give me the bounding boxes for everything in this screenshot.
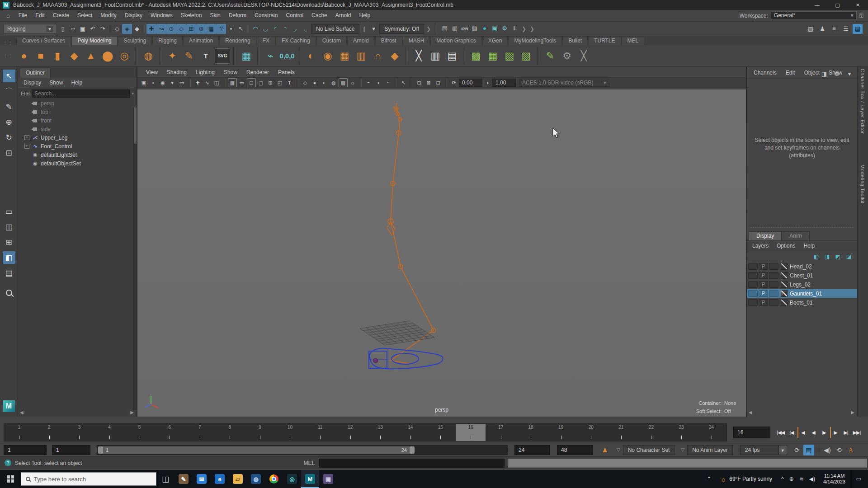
- camera-attributes-icon[interactable]: ◉: [158, 78, 167, 87]
- film-gate-icon[interactable]: ▭: [237, 78, 246, 87]
- timeline-frame-1[interactable]: 1: [4, 424, 34, 441]
- outliner-item-upper_leg[interactable]: +⋌Upper_Leg: [18, 133, 137, 142]
- menu-help[interactable]: Help: [355, 10, 374, 21]
- gamma-icon[interactable]: ◑: [483, 78, 492, 87]
- quad-draw-icon[interactable]: ✎: [542, 48, 558, 64]
- shaded-mode-icon[interactable]: ●: [310, 78, 319, 87]
- render-settings-icon[interactable]: ▣: [490, 23, 500, 33]
- layer-playback-toggle[interactable]: P: [759, 263, 768, 270]
- layer-playback-toggle[interactable]: P: [759, 272, 768, 279]
- select-tool-icon[interactable]: ↖: [3, 70, 15, 82]
- minimize-button[interactable]: —: [807, 0, 827, 10]
- menu-select[interactable]: Select: [73, 10, 96, 21]
- two-pane-layout-icon[interactable]: ◫: [3, 221, 15, 233]
- select-by-component-icon[interactable]: ◆: [132, 24, 142, 34]
- step-back-frame-button[interactable]: |◀: [787, 427, 797, 438]
- layer-color-swatch[interactable]: [781, 263, 788, 270]
- isolate-select-icon[interactable]: ◫: [212, 78, 221, 87]
- channelbox-menu-edit[interactable]: Edit: [782, 69, 799, 77]
- dropdown-triangle-icon[interactable]: ▽: [617, 447, 620, 452]
- boolean-icon[interactable]: ▦: [239, 48, 254, 64]
- step-back-key-button[interactable]: ◀: [797, 427, 807, 438]
- timeline-frame-5[interactable]: 5: [124, 424, 155, 441]
- workspace-dropdown[interactable]: General* ▾: [771, 11, 857, 20]
- auto-uv-icon[interactable]: ▧: [502, 48, 517, 64]
- render-sequence-icon[interactable]: ▧: [470, 23, 480, 33]
- create-empty-layer-icon[interactable]: ◩: [834, 253, 842, 260]
- insert-edge-loop-icon[interactable]: ▥: [428, 48, 443, 64]
- poly-cylinder-icon[interactable]: ▮: [50, 48, 65, 64]
- layer-display-type-toggle[interactable]: [769, 281, 778, 288]
- extrude-icon[interactable]: ∩: [370, 48, 386, 64]
- outliner-item-side[interactable]: side: [18, 125, 137, 133]
- extra-app-icon[interactable]: ▣: [319, 470, 337, 488]
- layer-editor-tab-display[interactable]: Display: [749, 231, 782, 240]
- range-slider-bar[interactable]: 1 24: [98, 446, 415, 454]
- viewport-menu-renderer[interactable]: Renderer: [242, 68, 273, 76]
- outliner-persp-layout-icon[interactable]: ◧: [3, 251, 15, 264]
- outliner-scrollbar[interactable]: [133, 108, 137, 410]
- outliner-menu-show[interactable]: Show: [46, 79, 66, 87]
- scale-tool-icon[interactable]: ⊡: [3, 146, 15, 159]
- taskbar-chevron-up-icon[interactable]: ⌃: [704, 476, 714, 482]
- range-start-handle[interactable]: [98, 446, 103, 454]
- hypershade-icon[interactable]: ●: [480, 23, 490, 33]
- move-to-new-layer-icon[interactable]: ◧: [812, 253, 820, 260]
- clip-icon[interactable]: ⊠: [424, 78, 433, 87]
- layer-playback-toggle[interactable]: P: [759, 281, 768, 288]
- scroll-right-arrow[interactable]: ▶: [851, 410, 854, 415]
- weather-widget[interactable]: ☼ 69°F Partly sunny: [716, 475, 777, 483]
- timeline-frame-22[interactable]: 22: [636, 424, 666, 441]
- layer-row-head_02[interactable]: PHead_02: [747, 262, 857, 271]
- move-tool-icon[interactable]: ⊕: [3, 116, 15, 128]
- range-slider-groove[interactable]: 1 24: [97, 445, 508, 455]
- shelf-tab-poly-modeling[interactable]: Poly Modeling: [71, 36, 117, 45]
- character-set-icon[interactable]: ♟: [599, 445, 610, 455]
- poly-sphere-icon[interactable]: ●: [16, 48, 32, 64]
- chevron-down-icon[interactable]: ▼: [779, 445, 787, 455]
- close-button[interactable]: ✕: [848, 0, 868, 10]
- timeline-frame-8[interactable]: 8: [215, 424, 245, 441]
- smooth-icon[interactable]: ▩: [468, 48, 484, 64]
- poly-torus-icon[interactable]: ◎: [117, 48, 132, 64]
- lock-camera-icon[interactable]: ▪: [149, 78, 158, 87]
- timeline-frame-14[interactable]: 14: [396, 424, 426, 441]
- light-editor-icon[interactable]: ⚙: [500, 23, 509, 33]
- chrome-icon[interactable]: [265, 470, 283, 488]
- dropdown-triangle-icon[interactable]: ▽: [681, 447, 684, 452]
- volume-icon[interactable]: ◀): [807, 476, 818, 482]
- playblast-runner-icon[interactable]: ♙: [845, 445, 856, 455]
- poly-plane-icon[interactable]: ◆: [66, 48, 82, 64]
- use-all-lights-icon[interactable]: ◍: [329, 78, 338, 87]
- viewport-menu-view[interactable]: View: [142, 68, 162, 76]
- undo-icon[interactable]: ↶: [88, 24, 98, 34]
- timeline-frame-3[interactable]: 3: [64, 424, 94, 441]
- hidden-icons-icon[interactable]: ^: [778, 476, 787, 482]
- shadows-icon[interactable]: ▦: [339, 78, 348, 87]
- zero-pivot-icon[interactable]: 0,0,0: [279, 48, 295, 64]
- surface-snap-icon[interactable]: ◞: [290, 24, 300, 34]
- layer-color-swatch[interactable]: [781, 299, 788, 306]
- timeline-frame-17[interactable]: 17: [486, 424, 516, 441]
- command-line-results[interactable]: [508, 459, 867, 468]
- layer-display-type-toggle[interactable]: [769, 299, 778, 306]
- snap-film-icon[interactable]: ▦: [206, 24, 216, 34]
- animation-end-field[interactable]: 48: [557, 445, 593, 455]
- auto-keyframe-icon[interactable]: ▤: [803, 445, 814, 455]
- timeline-frame-15[interactable]: 15: [425, 424, 456, 441]
- outliner-menu-display[interactable]: Display: [20, 79, 45, 87]
- layer-visibility-toggle[interactable]: [748, 263, 758, 270]
- timeline-frame-10[interactable]: 10: [275, 424, 305, 441]
- animation-start-field[interactable]: 1: [4, 445, 47, 455]
- timeline-frame-7[interactable]: 7: [184, 424, 215, 441]
- layer-menu-layers[interactable]: Layers: [749, 242, 772, 250]
- layer-visibility-toggle[interactable]: [748, 290, 758, 297]
- make-live-icon[interactable]: ⊛: [196, 24, 206, 34]
- fps-dropdown[interactable]: 24 fps: [740, 445, 779, 455]
- notification-center-icon[interactable]: ▭: [851, 470, 866, 488]
- viewport-select-icon[interactable]: ↖: [399, 78, 408, 87]
- layer-display-type-toggle[interactable]: [769, 263, 778, 270]
- layer-playback-toggle[interactable]: P: [759, 290, 768, 297]
- play-backwards-button[interactable]: ◀: [808, 427, 818, 438]
- outliner-item-defaultobjectset[interactable]: ◉defaultObjectSet: [18, 159, 137, 168]
